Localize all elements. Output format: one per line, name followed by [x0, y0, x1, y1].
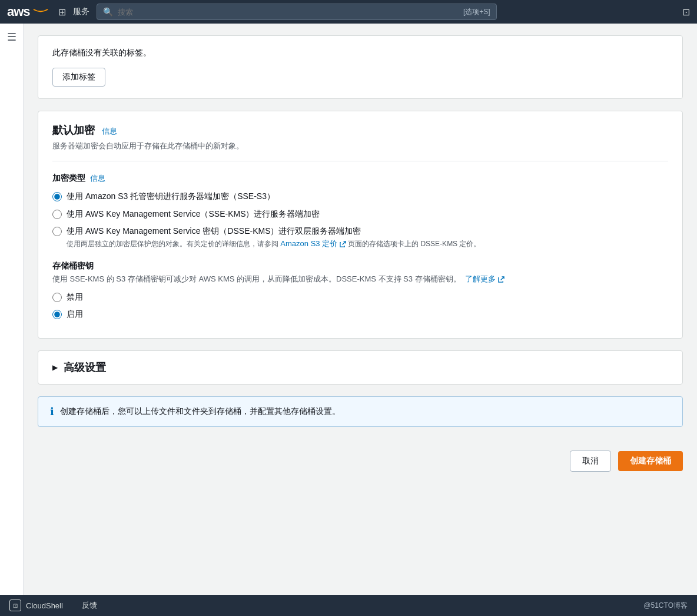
dsse-kms-sublabel: 使用两层独立的加密层保护您的对象。有关定价的详细信息，请参阅 Amazon S3… [67, 239, 480, 249]
advanced-settings-card[interactable]: ▶ 高级设置 [38, 350, 683, 385]
main-content: 此存储桶没有关联的标签。 添加标签 默认加密 信息 服务器端加密会自动应用于存储… [24, 24, 697, 595]
sidebar: ☰ [0, 24, 24, 595]
aws-logo-text: aws [7, 4, 30, 19]
encryption-title-row: 默认加密 信息 [52, 123, 668, 137]
encryption-type-label: 加密类型 [52, 173, 85, 184]
radio-bucket-enable-label[interactable]: 启用 [67, 309, 83, 320]
radio-option-dsse-kms: 使用 AWS Key Management Service 密钥（DSSE-KM… [52, 226, 668, 249]
bottom-right-text: @51CTO博客 [643, 601, 688, 611]
cloudshell-icon: ⊡ [9, 600, 21, 611]
radio-sse-kms[interactable] [52, 210, 62, 219]
top-navigation: aws ⊞ 服务 🔍 [选项+S] ⊡ [0, 0, 697, 24]
encryption-desc: 服务器端加密会自动应用于存储在此存储桶中的新对象。 [52, 141, 668, 151]
menu-icon[interactable]: ☰ [7, 31, 16, 44]
encryption-type-info-link[interactable]: 信息 [90, 173, 105, 184]
divider [52, 161, 668, 161]
add-tag-button[interactable]: 添加标签 [52, 68, 105, 87]
encryption-card: 默认加密 信息 服务器端加密会自动应用于存储在此存储桶中的新对象。 加密类型 信… [38, 111, 683, 339]
aws-smile [32, 8, 49, 14]
no-tags-text: 此存储桶没有关联的标签。 [52, 48, 668, 58]
radio-bucket-disable-label[interactable]: 禁用 [67, 292, 83, 303]
bucket-key-desc: 使用 SSE-KMS 的 S3 存储桶密钥可减少对 AWS KMS 的调用，从而… [52, 274, 668, 284]
services-label[interactable]: 服务 [73, 6, 89, 17]
bottom-bar: ⊡ CloudShell 反馈 @51CTO博客 [0, 595, 697, 616]
s3-pricing-link[interactable]: Amazon S3 定价 [280, 239, 346, 248]
bucket-key-section: 存储桶密钥 使用 SSE-KMS 的 S3 存储桶密钥可减少对 AWS KMS … [52, 261, 668, 320]
info-banner-icon: ℹ [50, 405, 54, 418]
radio-option-disable: 禁用 [52, 292, 668, 303]
info-banner: ℹ 创建存储桶后，您可以上传文件和文件夹到存储桶，并配置其他存储桶设置。 [38, 396, 683, 427]
cloudshell-area[interactable]: ⊡ CloudShell 反馈 [9, 600, 97, 611]
radio-dsse-kms-label[interactable]: 使用 AWS Key Management Service 密钥（DSSE-KM… [67, 226, 361, 236]
radio-option-sse-kms: 使用 AWS Key Management Service（SSE-KMS）进行… [52, 208, 668, 220]
radio-sse-s3-label[interactable]: 使用 Amazon S3 托管密钥进行服务器端加密（SSE-S3） [67, 191, 275, 203]
radio-option-enable: 启用 [52, 309, 668, 320]
cloudshell-label: CloudShell [26, 601, 63, 610]
aws-logo[interactable]: aws [7, 4, 49, 19]
terminal-icon[interactable]: ⊡ [682, 6, 690, 18]
radio-sse-s3[interactable] [52, 192, 62, 201]
advanced-arrow: ▶ [52, 363, 58, 372]
search-icon: 🔍 [103, 7, 113, 16]
bucket-key-title: 存储桶密钥 [52, 261, 668, 271]
search-bar[interactable]: 🔍 [选项+S] [97, 4, 497, 20]
action-row: 取消 创建存储桶 [38, 441, 683, 476]
tags-card: 此存储桶没有关联的标签。 添加标签 [38, 35, 683, 99]
cancel-button[interactable]: 取消 [570, 451, 611, 472]
search-shortcut: [选项+S] [463, 7, 490, 17]
encryption-type-header: 加密类型 信息 [52, 173, 668, 184]
learn-more-link[interactable]: 了解更多 [465, 274, 505, 283]
info-banner-text: 创建存储桶后，您可以上传文件和文件夹到存储桶，并配置其他存储桶设置。 [60, 406, 340, 417]
encryption-info-link[interactable]: 信息 [102, 127, 117, 135]
create-bucket-button[interactable]: 创建存储桶 [618, 451, 683, 471]
advanced-title: 高级设置 [64, 360, 106, 375]
search-input[interactable] [118, 8, 463, 16]
radio-bucket-disable[interactable] [52, 293, 62, 302]
encryption-title: 默认加密 [52, 124, 95, 136]
radio-dsse-kms[interactable] [52, 227, 62, 236]
radio-sse-kms-label[interactable]: 使用 AWS Key Management Service（SSE-KMS）进行… [67, 208, 320, 220]
radio-option-sse-s3: 使用 Amazon S3 托管密钥进行服务器端加密（SSE-S3） [52, 191, 668, 203]
grid-icon[interactable]: ⊞ [58, 6, 66, 18]
radio-bucket-enable[interactable] [52, 310, 62, 319]
feedback-button[interactable]: 反馈 [82, 600, 97, 611]
